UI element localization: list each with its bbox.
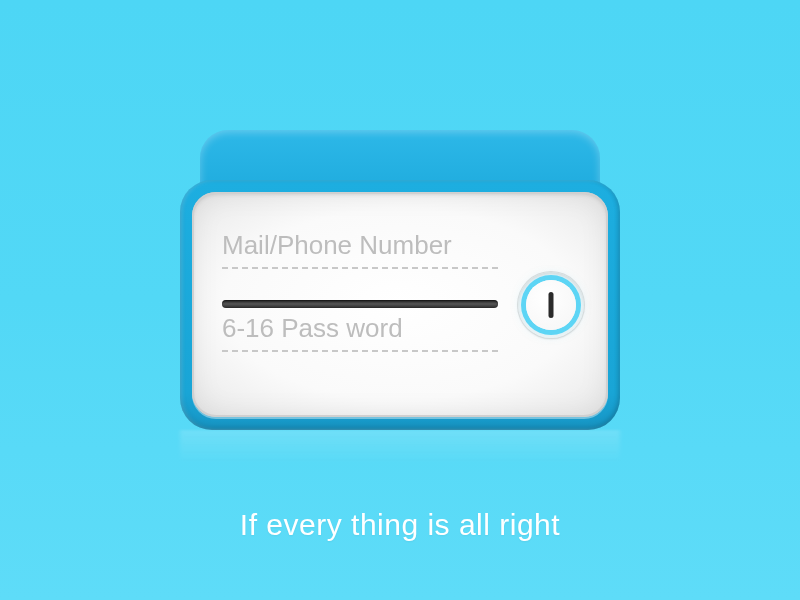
- submit-button[interactable]: [518, 272, 584, 338]
- device-reflection: [180, 430, 620, 478]
- disc-slot-icon: [222, 300, 498, 308]
- login-device: [180, 130, 620, 430]
- power-ring-icon: [526, 280, 576, 330]
- password-input[interactable]: [222, 313, 498, 352]
- login-form: [222, 230, 498, 396]
- power-line-icon: [549, 292, 554, 318]
- identifier-row: [222, 230, 498, 269]
- password-row: [222, 313, 498, 352]
- caption-text: If every thing is all right: [0, 508, 800, 542]
- device-front-panel: [192, 192, 608, 417]
- identifier-input[interactable]: [222, 230, 498, 269]
